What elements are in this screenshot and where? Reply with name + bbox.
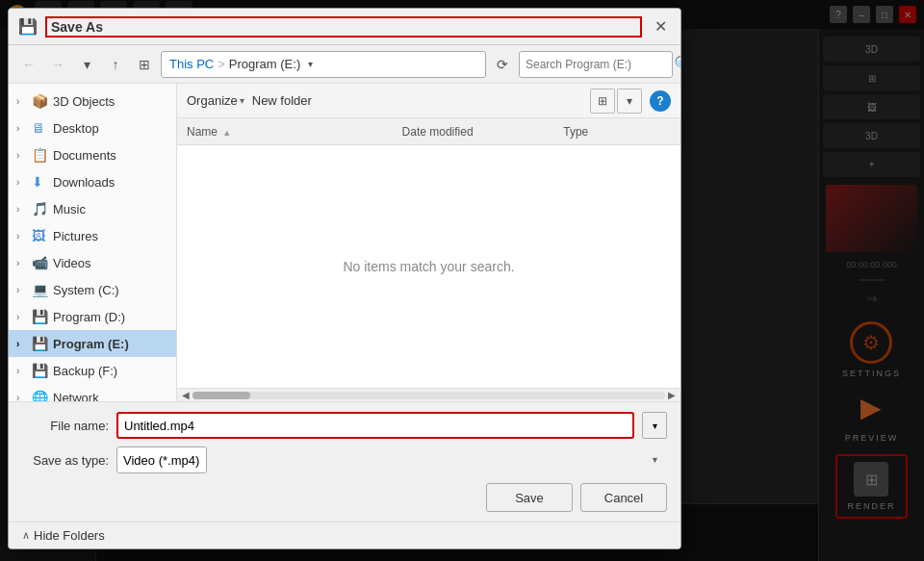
help-button[interactable]: ? [650,90,671,112]
chevron-programd: › [16,312,28,322]
breadcrumb-bar: This PC > Program (E:) ▾ [161,51,486,78]
up-button[interactable]: ↑ [103,52,128,77]
icon-network: 🌐 [32,390,49,401]
organize-label: Organize [187,93,238,108]
tree-item-systemc[interactable]: › 💻 System (C:) [9,276,176,303]
filename-input[interactable] [116,412,634,439]
icon-videos: 📹 [32,255,49,270]
chevron-systemc: › [16,285,28,295]
filetype-select-wrapper: Video (*.mp4) [116,446,667,473]
icon-systemc: 💻 [32,282,49,297]
dropdown-button[interactable]: ▾ [74,52,99,77]
chevron-programe: › [16,339,28,349]
icon-3dobjects: 📦 [32,93,49,109]
forward-button[interactable]: → [45,52,70,77]
filetype-select[interactable]: Video (*.mp4) [116,446,207,473]
dialog-form: File name: ▾ Save as type: Video (*.mp4)… [9,401,680,522]
hide-folders-label: Hide Folders [34,528,105,543]
hide-folders-row[interactable]: ∧ Hide Folders [9,522,680,548]
dialog-title: Save As [45,16,642,38]
scroll-left-btn[interactable]: ◀ [179,389,192,402]
dialog-body: › 📦 3D Objects › 🖥 Desktop › 📋 Documents… [9,84,680,401]
save-button[interactable]: Save [486,483,573,512]
tree-item-videos[interactable]: › 📹 Videos [9,249,176,276]
places-button[interactable]: ⊞ [132,52,157,77]
col-name[interactable]: Name ▲ [187,125,402,139]
saveas-dialog: 💾 Save As ✕ ← → ▾ ↑ ⊞ This PC > Program … [8,8,681,549]
label-programd: Program (D:) [53,310,168,324]
label-programe: Program (E:) [53,337,168,351]
tree-item-pictures[interactable]: › 🖼 Pictures [9,222,176,249]
hide-folders-arrow: ∧ [22,529,30,542]
dialog-close-button[interactable]: ✕ [650,16,671,38]
breadcrumb-sep-1: > [218,57,225,71]
label-pictures: Pictures [53,229,168,243]
dialog-overlay: 💾 Save As ✕ ← → ▾ ↑ ⊞ This PC > Program … [0,0,924,561]
breadcrumb-root[interactable]: This PC [169,57,214,71]
view-grid-button[interactable]: ⊞ [590,89,615,114]
sort-icon: ▲ [222,128,231,138]
horizontal-scrollbar[interactable]: ◀ ▶ [177,388,680,401]
breadcrumb-current[interactable]: Program (E:) [229,57,300,71]
tree-item-3dobjects[interactable]: › 📦 3D Objects [9,88,176,115]
tree-item-downloads[interactable]: › ⬇ Downloads [9,168,176,195]
filename-label: File name: [22,419,109,433]
search-icon: 🔍 [674,55,681,73]
icon-backupf: 💾 [32,363,49,378]
dialog-toolbar: ← → ▾ ↑ ⊞ This PC > Program (E:) ▾ ⟳ 🔍 [9,45,680,84]
chevron-network: › [16,393,28,402]
back-button[interactable]: ← [16,52,41,77]
chevron-pictures: › [16,231,28,242]
col-date[interactable]: Date modified [402,125,564,139]
search-input[interactable] [526,58,670,71]
icon-programe: 💾 [32,336,49,351]
empty-message: No items match your search. [343,259,514,274]
col-type[interactable]: Type [563,125,671,139]
refresh-button[interactable]: ⟳ [490,52,515,77]
chevron-music: › [16,204,28,215]
dialog-actions: Save Cancel [22,483,667,512]
label-music: Music [53,202,168,217]
chevron-3dobjects: › [16,96,28,107]
dialog-title-icon: 💾 [18,17,38,36]
icon-downloads: ⬇ [32,174,49,190]
tree-item-music[interactable]: › 🎵 Music [9,195,176,222]
label-desktop: Desktop [53,121,168,136]
view-toggle: ⊞ ▾ [590,89,642,114]
label-3dobjects: 3D Objects [53,94,168,109]
file-list-content: No items match your search. [177,145,680,388]
file-list-area: Organize ▾ New folder ⊞ ▾ ? Name ▲ [177,84,680,401]
chevron-downloads: › [16,177,28,188]
tree-item-network[interactable]: › 🌐 Network [9,384,176,401]
icon-pictures: 🖼 [32,228,49,243]
tree-item-programd[interactable]: › 💾 Program (D:) [9,303,176,330]
tree-item-programe[interactable]: › 💾 Program (E:) [9,330,176,357]
chevron-documents: › [16,150,28,161]
filename-dropdown-btn[interactable]: ▾ [642,412,667,439]
icon-desktop: 🖥 [32,120,49,136]
view-dropdown-button[interactable]: ▾ [617,89,642,114]
scroll-track[interactable] [192,392,665,399]
label-downloads: Downloads [53,175,168,190]
label-network: Network [53,391,168,402]
tree-item-backupf[interactable]: › 💾 Backup (F:) [9,357,176,384]
tree-item-desktop[interactable]: › 🖥 Desktop [9,115,176,141]
organize-button[interactable]: Organize ▾ [187,93,244,108]
chevron-videos: › [16,258,28,268]
scroll-right-btn[interactable]: ▶ [665,389,679,402]
label-documents: Documents [53,148,168,163]
filetype-label: Save as type: [22,453,109,468]
organize-arrow: ▾ [240,95,244,106]
label-backupf: Backup (F:) [53,364,168,378]
breadcrumb-expand[interactable]: ▾ [308,59,313,69]
label-systemc: System (C:) [53,283,168,297]
file-tree: › 📦 3D Objects › 🖥 Desktop › 📋 Documents… [9,84,177,401]
tree-item-documents[interactable]: › 📋 Documents [9,141,176,168]
dialog-titlebar: 💾 Save As ✕ [9,9,680,45]
new-folder-button[interactable]: New folder [252,93,312,108]
filename-row: File name: ▾ [22,412,667,439]
scroll-thumb[interactable] [192,392,250,399]
filetype-row: Save as type: Video (*.mp4) [22,446,667,473]
cancel-button[interactable]: Cancel [580,483,667,512]
chevron-desktop: › [16,123,28,134]
